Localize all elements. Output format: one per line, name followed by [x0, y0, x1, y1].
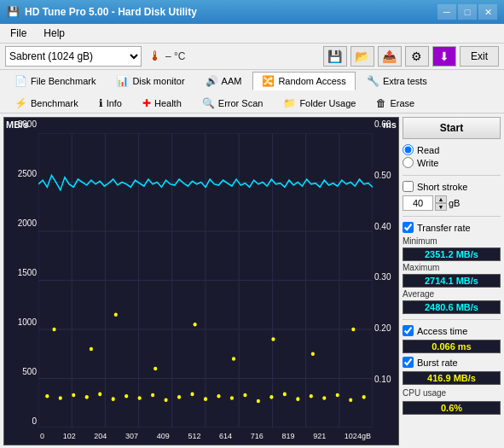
- x-tick-409: 409: [157, 432, 170, 440]
- short-stroke-text: Short stroke: [417, 182, 467, 192]
- y-tick-500: 500: [6, 367, 37, 376]
- write-radio[interactable]: [403, 157, 414, 168]
- y-tick-2000: 2000: [6, 218, 37, 228]
- tab-disk-monitor-label: Disk monitor: [132, 76, 184, 86]
- menu-bar: File Help: [0, 24, 504, 44]
- x-tick-921: 921: [313, 432, 326, 440]
- svg-point-35: [269, 395, 273, 399]
- y-right-tick-050: 0.50: [374, 171, 397, 180]
- file-benchmark-icon: 📄: [14, 75, 27, 87]
- x-tick-204: 204: [94, 432, 107, 440]
- read-radio-label[interactable]: Read: [403, 144, 501, 155]
- chart-canvas: [38, 133, 373, 428]
- svg-point-22: [98, 393, 101, 397]
- maximum-label: Maximum: [403, 263, 501, 272]
- icon-btn-5[interactable]: ⬇: [432, 46, 456, 67]
- title-bar-left: 💾 HD Tune Pro 5.00 - Hard Disk Utility: [7, 6, 197, 18]
- svg-point-40: [336, 393, 339, 398]
- tab-disk-monitor[interactable]: 📊 Disk monitor: [107, 72, 194, 90]
- spin-up-button[interactable]: ▲: [435, 195, 447, 203]
- tab-folder-usage[interactable]: 📁 Folder Usage: [274, 94, 365, 113]
- aam-icon: 🔊: [206, 75, 218, 87]
- icon-btn-2[interactable]: 📂: [350, 46, 374, 67]
- spinbox-row: 40 ▲ ▼ gB: [403, 195, 501, 211]
- tab-error-scan[interactable]: 🔍 Error Scan: [193, 94, 273, 113]
- short-stroke-label[interactable]: Short stroke: [403, 181, 501, 192]
- tab-folder-usage-label: Folder Usage: [299, 98, 356, 108]
- drive-selector[interactable]: Sabrent (1024 gB): [5, 46, 142, 67]
- read-write-group: Read Write: [403, 143, 501, 170]
- x-tick-512: 512: [188, 432, 200, 440]
- x-tick-1024: 1024gB: [345, 432, 371, 440]
- x-axis-ticks: 0 102 204 307 409 512 614 716 819 921 10…: [38, 428, 373, 445]
- tab-info[interactable]: ℹ Info: [90, 94, 131, 113]
- x-tick-102: 102: [63, 432, 76, 440]
- burst-rate-checkbox[interactable]: [403, 357, 414, 368]
- tab-erase[interactable]: 🗑 Erase: [367, 94, 424, 113]
- spin-down-button[interactable]: ▼: [435, 203, 447, 211]
- transfer-rate-label[interactable]: Transfer rate: [403, 222, 501, 233]
- exit-button[interactable]: Exit: [460, 46, 499, 67]
- minimum-label-text: Minimum: [403, 236, 437, 246]
- minimize-button[interactable]: ─: [437, 4, 456, 20]
- y-tick-1000: 1000: [6, 317, 37, 327]
- short-stroke-spinbox[interactable]: 40: [403, 195, 433, 211]
- maximize-button[interactable]: □: [458, 4, 477, 20]
- access-time-text: Access time: [417, 326, 467, 336]
- x-tick-819: 819: [281, 432, 294, 440]
- close-button[interactable]: ✕: [478, 4, 497, 20]
- svg-point-44: [90, 347, 93, 352]
- y-axis-ticks-right: 0.60 0.50 0.40 0.30 0.20 0.10: [373, 118, 398, 428]
- x-tick-716: 716: [251, 432, 264, 440]
- erase-icon: 🗑: [376, 97, 386, 109]
- maximum-label-text: Maximum: [403, 263, 439, 272]
- svg-point-49: [271, 337, 275, 341]
- disk-monitor-icon: 📊: [116, 75, 129, 87]
- random-access-icon: 🔀: [262, 75, 275, 87]
- tab-benchmark[interactable]: ⚡ Benchmark: [5, 94, 88, 113]
- svg-point-24: [125, 394, 128, 399]
- icon-btn-3[interactable]: 📤: [378, 46, 402, 67]
- temp-value: – °C: [165, 50, 185, 62]
- svg-point-21: [85, 395, 89, 399]
- burst-rate-value: 416.9 MB/s: [403, 371, 501, 385]
- svg-point-20: [72, 393, 75, 398]
- svg-point-50: [311, 352, 315, 356]
- tab-file-benchmark[interactable]: 📄 File Benchmark: [5, 72, 105, 90]
- access-time-label[interactable]: Access time: [403, 325, 501, 336]
- tab-health-label: Health: [154, 98, 182, 108]
- x-tick-0: 0: [40, 432, 44, 440]
- burst-rate-text: Burst rate: [417, 358, 458, 368]
- tab-extra-tests[interactable]: 🔧 Extra tests: [357, 72, 437, 90]
- icon-btn-1[interactable]: 💾: [323, 46, 347, 67]
- svg-point-36: [283, 393, 287, 397]
- svg-point-28: [177, 395, 181, 399]
- read-label: Read: [417, 145, 439, 155]
- y-right-tick-020: 0.20: [374, 323, 397, 333]
- extra-tests-icon: 🔧: [367, 75, 379, 87]
- chart-area: MB/s ms 3000 2500 2000 1500 1000 500 0 0…: [3, 117, 399, 445]
- write-radio-label[interactable]: Write: [403, 157, 501, 168]
- svg-point-34: [257, 399, 260, 404]
- transfer-rate-checkbox[interactable]: [403, 222, 414, 233]
- short-stroke-checkbox[interactable]: [403, 181, 414, 192]
- svg-point-43: [53, 328, 56, 332]
- burst-rate-label[interactable]: Burst rate: [403, 357, 501, 368]
- help-menu[interactable]: Help: [37, 26, 72, 41]
- svg-point-46: [154, 367, 157, 371]
- x-tick-307: 307: [125, 432, 138, 440]
- read-radio[interactable]: [403, 144, 414, 155]
- start-button[interactable]: Start: [403, 117, 501, 139]
- info-icon: ℹ: [99, 97, 103, 109]
- svg-point-33: [243, 393, 246, 398]
- svg-point-51: [351, 328, 355, 332]
- gb-label: gB: [449, 198, 460, 208]
- minimum-value: 2351.2 MB/s: [403, 247, 501, 261]
- nav-tabs-row1: 📄 File Benchmark 📊 Disk monitor 🔊 AAM 🔀 …: [0, 70, 504, 113]
- icon-btn-4[interactable]: ⚙: [405, 46, 429, 67]
- file-menu[interactable]: File: [3, 26, 33, 41]
- tab-health[interactable]: ✚ Health: [133, 94, 191, 113]
- access-time-checkbox[interactable]: [403, 325, 414, 336]
- tab-aam[interactable]: 🔊 AAM: [196, 72, 252, 90]
- tab-random-access[interactable]: 🔀 Random Access: [252, 72, 355, 90]
